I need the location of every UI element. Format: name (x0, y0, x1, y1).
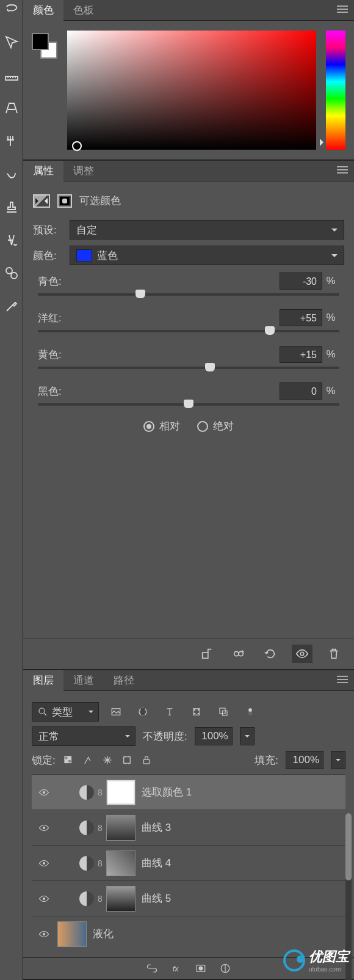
layer-mask-thumb[interactable] (106, 815, 135, 841)
blend-opacity-row: 正常 不透明度: 100% (32, 726, 345, 746)
visibility-eye-icon[interactable] (292, 645, 312, 663)
filter-adjust-icon[interactable] (133, 703, 153, 721)
radio-absolute[interactable]: 绝对 (197, 419, 234, 433)
view-previous-icon[interactable] (228, 645, 249, 663)
clip-to-layer-icon[interactable] (197, 645, 217, 663)
svg-rect-13 (337, 676, 348, 677)
filter-image-icon[interactable] (106, 703, 126, 721)
color-dropdown[interactable]: 蓝色 (70, 246, 344, 265)
panel-menu-icon[interactable] (337, 675, 348, 687)
watermark: 优图宝 utobao.com (283, 948, 349, 973)
svg-point-16 (39, 708, 45, 714)
layer-item[interactable]: 8 曲线 5 (32, 880, 345, 916)
svg-rect-9 (203, 653, 208, 658)
svg-rect-31 (65, 759, 68, 762)
fill-input[interactable]: 100% (286, 751, 323, 769)
filter-kind-dropdown[interactable]: 类型 (32, 702, 99, 722)
trash-icon[interactable] (323, 645, 344, 663)
visibility-eye-icon[interactable] (33, 893, 55, 904)
slider-value-input[interactable]: +55 (280, 309, 322, 326)
radio-button-icon (197, 421, 208, 432)
tab-properties[interactable]: 属性 (23, 161, 63, 181)
svg-rect-29 (68, 759, 71, 762)
slider-track[interactable] (38, 403, 339, 406)
layer-style-icon[interactable]: fx (171, 963, 182, 974)
layer-item[interactable]: 8 选取颜色 1 (32, 774, 345, 810)
blend-mode-dropdown[interactable]: 正常 (32, 726, 135, 746)
opacity-input[interactable]: 100% (195, 727, 233, 745)
tab-color[interactable]: 颜色 (23, 0, 63, 21)
slider-track[interactable] (38, 330, 339, 332)
tab-adjustments[interactable]: 调整 (63, 161, 104, 181)
lock-image-icon[interactable] (82, 755, 93, 766)
visibility-eye-icon[interactable] (33, 787, 55, 798)
layer-item[interactable]: 液化 (32, 916, 345, 951)
svg-point-21 (198, 709, 199, 711)
type-tool-icon[interactable] (2, 231, 21, 249)
visibility-eye-icon[interactable] (33, 858, 55, 869)
filter-shape-icon[interactable] (187, 703, 206, 721)
slider-thumb[interactable] (135, 290, 145, 298)
tab-paths[interactable]: 路径 (104, 670, 144, 691)
fg-color-swatch[interactable] (32, 33, 49, 50)
svg-rect-6 (337, 166, 348, 167)
slider-unit: % (322, 385, 339, 397)
fg-bg-swatch[interactable] (32, 33, 57, 59)
hand-tool-icon[interactable] (2, 165, 21, 183)
slider-thumb[interactable] (205, 363, 215, 371)
radio-button-icon (143, 421, 154, 432)
lock-artboard-icon[interactable] (121, 755, 132, 766)
layer-item[interactable]: 8 曲线 4 (32, 845, 345, 880)
hue-slider[interactable] (326, 31, 345, 150)
opacity-arrow[interactable] (240, 727, 255, 745)
reset-icon[interactable] (260, 645, 281, 663)
scrollbar-thumb[interactable] (345, 813, 352, 880)
layer-mask-icon[interactable] (195, 963, 206, 974)
layer-item[interactable]: 8 曲线 3 (32, 810, 345, 845)
filter-smart-icon[interactable] (214, 703, 233, 721)
slider-track[interactable] (38, 367, 339, 369)
layer-thumb[interactable] (57, 921, 87, 947)
slider-cyan: 青色: -30 % (38, 272, 339, 296)
layer-mask-thumb[interactable] (106, 886, 135, 912)
filter-toggle-icon[interactable] (240, 703, 260, 721)
slider-value-input[interactable]: 0 (280, 382, 322, 400)
slider-value-input[interactable]: +15 (280, 346, 322, 363)
visibility-eye-icon[interactable] (33, 929, 55, 940)
tab-swatches[interactable]: 色板 (63, 0, 104, 21)
paint-tool-icon[interactable] (2, 297, 21, 315)
tab-channels[interactable]: 通道 (63, 670, 104, 691)
color-field-picker[interactable] (67, 31, 316, 150)
watermark-logo-icon (283, 949, 305, 971)
tab-layers[interactable]: 图层 (23, 670, 63, 691)
lasso-tool-icon[interactable] (2, 0, 21, 18)
slider-thumb[interactable] (265, 326, 275, 335)
gradient-tool-icon[interactable] (2, 264, 21, 282)
new-adjustment-icon[interactable] (220, 963, 231, 974)
link-layers-icon[interactable] (146, 963, 157, 974)
slider-thumb[interactable] (184, 400, 193, 408)
svg-point-34 (43, 791, 45, 793)
stamp-tool-icon[interactable] (2, 198, 21, 216)
slider-track[interactable] (38, 293, 339, 296)
filter-type-icon[interactable] (160, 703, 179, 721)
perspective-tool-icon[interactable] (2, 99, 21, 117)
panel-menu-icon[interactable] (337, 165, 348, 177)
layer-mask-thumb[interactable] (106, 850, 135, 876)
visibility-eye-icon[interactable] (33, 822, 55, 833)
panel-menu-icon[interactable] (337, 4, 348, 16)
fill-arrow[interactable] (331, 751, 345, 769)
lock-all-icon[interactable] (141, 755, 152, 766)
svg-point-22 (194, 713, 195, 714)
radio-relative[interactable]: 相对 (143, 419, 180, 433)
brush-tool-icon[interactable] (2, 132, 21, 150)
slider-value-input[interactable]: -30 (280, 272, 322, 290)
move-tool-icon[interactable] (2, 33, 21, 51)
properties-panel: 属性 调整 可选颜色 预设: 自定 颜色: 蓝色 (23, 161, 354, 670)
ruler-tool-icon[interactable] (2, 66, 21, 84)
lock-position-icon[interactable] (102, 755, 113, 766)
lock-transparent-icon[interactable] (63, 755, 74, 766)
layer-mask-thumb[interactable] (106, 780, 135, 805)
svg-point-37 (43, 898, 45, 899)
preset-dropdown[interactable]: 自定 (70, 220, 344, 240)
